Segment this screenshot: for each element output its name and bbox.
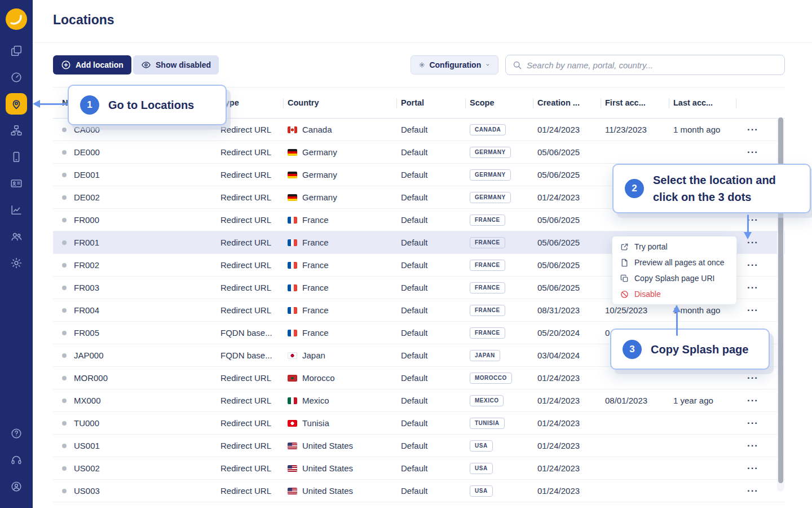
- table-row[interactable]: MX000 Redirect URL Mexico Default MEXICO…: [53, 389, 785, 412]
- portal-name: Default: [396, 486, 465, 496]
- table-row[interactable]: TU000 Redirect URL Tunisia Default TUNIS…: [53, 412, 785, 435]
- tutorial-step-1: 1 Go to Locations: [68, 85, 227, 125]
- menu-item-disable[interactable]: Disable: [612, 286, 736, 302]
- menu-item-try-portal[interactable]: Try portal: [612, 239, 736, 255]
- row-actions-button[interactable]: ···: [747, 443, 758, 449]
- row-actions-button[interactable]: ···: [747, 285, 758, 291]
- country-flag-icon: [288, 172, 297, 178]
- portal-name: Default: [396, 125, 465, 134]
- row-actions-button[interactable]: ···: [747, 150, 758, 155]
- row-actions-button[interactable]: ···: [747, 466, 758, 471]
- row-actions-button[interactable]: ···: [747, 240, 758, 246]
- step-number-badge: 2: [625, 179, 644, 198]
- network-icon[interactable]: [6, 120, 27, 141]
- table-row[interactable]: DE000 Redirect URL Germany Default GERMA…: [53, 141, 785, 164]
- country-flag-icon: [288, 239, 297, 246]
- app-logo-icon[interactable]: [6, 8, 27, 30]
- status-dot: [62, 376, 67, 380]
- location-type: Redirect URL: [216, 147, 283, 157]
- creation-date: 05/06/2025: [533, 260, 601, 270]
- menu-item-copy-splash-page-uri[interactable]: Copy Splash page URI: [612, 270, 736, 286]
- settings-icon[interactable]: [6, 252, 27, 274]
- show-disabled-button[interactable]: Show disabled: [133, 55, 219, 75]
- dashboard-icon[interactable]: [6, 67, 27, 88]
- country-name: France: [302, 238, 329, 247]
- table-row[interactable]: [53, 502, 785, 508]
- scope-badge: MEXICO: [470, 395, 504, 406]
- table-row[interactable]: US001 Redirect URL United States Default…: [53, 435, 785, 457]
- location-type: Redirect URL: [216, 305, 283, 315]
- portal-name: Default: [396, 283, 465, 292]
- devices-icon[interactable]: [6, 146, 27, 168]
- table-row[interactable]: MOR000 Redirect URL Morocco Default MORO…: [53, 367, 785, 389]
- copy-icon: [620, 274, 629, 283]
- creation-date: 05/20/2024: [533, 328, 601, 338]
- row-actions-button[interactable]: ···: [747, 127, 758, 133]
- scope-badge: FRANCE: [470, 327, 505, 339]
- country-name: United States: [302, 486, 353, 496]
- location-type: Redirect URL: [216, 215, 283, 225]
- row-actions-button[interactable]: ···: [747, 398, 758, 404]
- country-flag-icon: [288, 488, 297, 494]
- location-name: FR001: [74, 238, 99, 247]
- table-row[interactable]: US002 Redirect URL United States Default…: [53, 457, 785, 480]
- row-actions-button[interactable]: ···: [747, 375, 758, 381]
- country-flag-icon: [288, 443, 297, 449]
- tutorial-arrow-up-head: [673, 305, 681, 312]
- menu-item-label: Copy Splash page URI: [634, 274, 714, 283]
- location-name: JAP000: [74, 351, 104, 360]
- help-icon[interactable]: [6, 423, 27, 444]
- location-type: Redirect URL: [216, 396, 283, 405]
- search-input[interactable]: [527, 60, 778, 70]
- chevron-down-icon: [486, 62, 490, 68]
- account-icon[interactable]: [6, 476, 27, 497]
- contacts-icon[interactable]: [6, 173, 27, 194]
- search-box: [505, 55, 785, 75]
- pages-icon[interactable]: [6, 40, 27, 62]
- support-icon[interactable]: [6, 449, 27, 471]
- scope-badge: GERMANY: [470, 169, 511, 181]
- search-icon: [513, 60, 522, 70]
- row-actions-button[interactable]: ···: [747, 488, 758, 494]
- status-dot: [62, 195, 67, 200]
- scope-badge: CANADA: [470, 124, 506, 135]
- locations-icon[interactable]: [6, 93, 27, 115]
- location-type: Redirect URL: [216, 463, 283, 473]
- users-icon[interactable]: [6, 226, 27, 247]
- menu-item-label: Disable: [634, 290, 661, 299]
- country-name: France: [302, 215, 329, 225]
- status-dot: [62, 353, 67, 358]
- country-flag-icon: [288, 262, 297, 269]
- location-name: FR004: [74, 305, 99, 315]
- tutorial-arrow-up: [676, 311, 678, 336]
- creation-date: 05/06/2025: [533, 238, 601, 247]
- country-name: France: [302, 283, 329, 292]
- scope-badge: MOROCCO: [470, 373, 512, 384]
- row-actions-button[interactable]: ···: [747, 262, 758, 268]
- scope-badge: USA: [470, 485, 493, 497]
- add-location-button[interactable]: Add location: [53, 55, 131, 75]
- scope-badge: FRANCE: [470, 214, 505, 226]
- status-dot: [62, 466, 67, 471]
- scope-badge: FRANCE: [470, 237, 505, 248]
- row-actions-button[interactable]: ···: [747, 308, 758, 313]
- configuration-button[interactable]: Configuration: [411, 55, 498, 75]
- location-type: Redirect URL: [216, 125, 283, 134]
- status-dot: [62, 218, 67, 222]
- plus-circle-icon: [61, 60, 71, 70]
- country-name: United States: [302, 441, 353, 450]
- analytics-icon[interactable]: [6, 199, 27, 221]
- table-row[interactable]: US003 Redirect URL United States Default…: [53, 480, 785, 502]
- location-name: FR003: [74, 283, 99, 292]
- country-name: Germany: [302, 192, 337, 202]
- location-name: US002: [74, 463, 100, 473]
- menu-item-preview-all-pages[interactable]: Preview all pages at once: [612, 255, 736, 270]
- eye-icon: [141, 60, 151, 70]
- creation-date: 03/04/2024: [533, 351, 601, 360]
- status-dot: [62, 421, 67, 426]
- creation-date: 01/24/2023: [533, 463, 601, 473]
- location-type: Redirect URL: [216, 238, 283, 247]
- location-name: MX000: [74, 396, 101, 405]
- location-type: Redirect URL: [216, 486, 283, 496]
- row-actions-button[interactable]: ···: [747, 421, 758, 426]
